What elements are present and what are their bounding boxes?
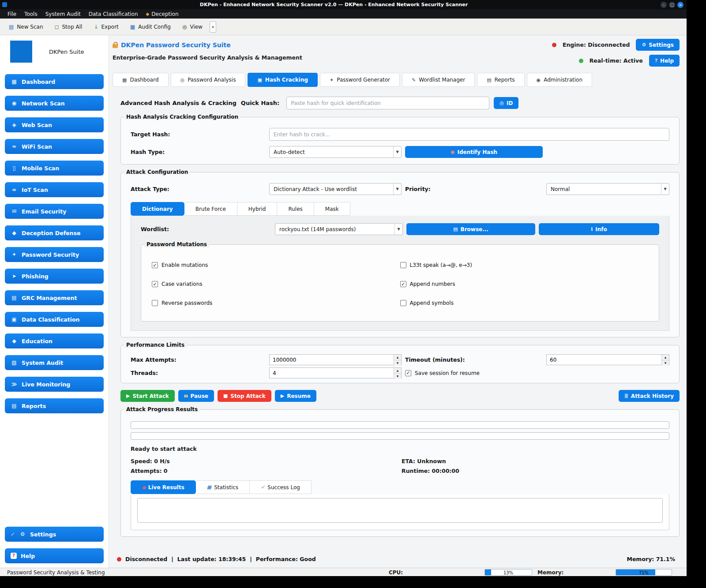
tab-dashboard[interactable]: ▦Dashboard xyxy=(113,73,169,87)
menu-deception[interactable]: ◆Deception xyxy=(142,11,183,18)
subtab-rules[interactable]: Rules xyxy=(277,202,314,216)
sidebar-item-data-classification[interactable]: ▣Data Classification xyxy=(5,312,104,327)
hash-cracking-tab-icon: ▣ xyxy=(257,77,262,83)
resume-button[interactable]: ▶Resume xyxy=(275,390,316,402)
subtab-brute-force[interactable]: Brute Force xyxy=(184,202,237,216)
checkbox-enable-mutations[interactable]: Enable mutations xyxy=(152,262,400,268)
tab-hash-cracking[interactable]: ▣Hash Cracking xyxy=(248,73,318,87)
checkbox-reverse-passwords[interactable]: Reverse passwords xyxy=(152,300,400,306)
status-line: Disconnected | Last update: 18:39:45 | P… xyxy=(113,551,680,568)
quick-id-button[interactable]: ◎ID xyxy=(494,97,518,109)
stop-all-button[interactable]: ◻Stop All xyxy=(50,21,87,33)
password-security-icon: ✦ xyxy=(11,251,18,258)
attack-history-button[interactable]: ≣Attack History xyxy=(619,390,680,402)
checkbox-case-variations[interactable]: Case variations xyxy=(152,281,400,287)
sidebar-item-reports[interactable]: ▤Reports xyxy=(5,398,104,413)
checkbox-append-symbols[interactable]: Append symbols xyxy=(400,300,649,306)
sidebar-item-live-monitoring[interactable]: ≫Live Monitoring xyxy=(5,377,104,392)
sidebar-item-system-audit[interactable]: ▧System Audit xyxy=(5,355,104,370)
subtab-success-log[interactable]: ✓Success Log xyxy=(250,480,312,494)
mobile-scan-icon: ▯ xyxy=(11,165,18,171)
view-dropdown-caret[interactable]: ▾ xyxy=(210,21,216,33)
subtab-statistics[interactable]: ▦Statistics xyxy=(196,480,250,494)
checkbox-l33t-speak[interactable]: L33t speak (a→@, e→3) xyxy=(400,262,649,268)
subtab-live-results[interactable]: ●Live Results xyxy=(131,480,196,494)
priority-label: Priority: xyxy=(405,186,543,192)
sidebar-item-dashboard[interactable]: ▦Dashboard xyxy=(5,74,104,89)
stop-attack-button[interactable]: ■Stop Attack xyxy=(218,390,271,402)
checkbox-icon xyxy=(152,300,158,306)
minimize-button[interactable]: – xyxy=(661,2,667,8)
sidebar-item-iot-scan[interactable]: ∞IoT Scan xyxy=(5,182,104,197)
sidebar-item-grc-management[interactable]: ▤GRC Management xyxy=(5,290,104,305)
attack-type-select[interactable]: Dictionary Attack - Use wordlist▼ xyxy=(269,183,402,195)
sidebar-item-help[interactable]: ?Help xyxy=(5,548,104,563)
info-button[interactable]: ℹInfo xyxy=(539,223,659,235)
audit-config-icon: ▦ xyxy=(130,24,135,30)
sidebar-item-password-security[interactable]: ✦Password Security xyxy=(5,247,104,262)
main-panel: DKPen Password Security Suite Enterprise… xyxy=(109,35,687,568)
live-results-textarea[interactable] xyxy=(137,498,663,523)
sidebar-item-phishing[interactable]: ➤Phishing xyxy=(5,269,104,284)
start-attack-button[interactable]: ▶Start Attack xyxy=(120,390,175,402)
wordlist-select[interactable]: rockyou.txt (14M passwords)▼ xyxy=(275,223,403,235)
sidebar-item-network-scan[interactable]: ◉Network Scan xyxy=(5,96,104,111)
subtab-hybrid[interactable]: Hybrid xyxy=(237,202,278,216)
tab-reports[interactable]: ▤Reports xyxy=(477,73,524,87)
sidebar-item-email-security[interactable]: ✉Email Security xyxy=(5,204,104,219)
lock-icon xyxy=(113,44,118,48)
stepper-arrows-icon[interactable]: ▲▼ xyxy=(394,355,401,365)
help-button[interactable]: ?Help xyxy=(649,55,680,67)
pause-button[interactable]: ▮▮Pause xyxy=(178,390,214,402)
tab-administration[interactable]: ◉Administration xyxy=(527,73,592,87)
tab-password-generator[interactable]: ✦Password Generator xyxy=(320,73,400,87)
checkbox-save-session[interactable]: Save session for resume xyxy=(405,370,669,376)
password-mutations-group: Password Mutations Enable mutations L33t… xyxy=(141,244,659,322)
new-scan-button[interactable]: ▤New Scan xyxy=(4,21,48,33)
menu-tools[interactable]: Tools xyxy=(20,11,41,18)
sidebar-item-education[interactable]: ◆Education xyxy=(5,333,104,348)
sidebar-nav: ▦Dashboard ◉Network Scan ◈Web Scan ≈WiFi… xyxy=(5,74,104,413)
checkbox-append-numbers[interactable]: Append numbers xyxy=(400,281,649,287)
menu-file[interactable]: File xyxy=(4,11,20,18)
sidebar-item-mobile-scan[interactable]: ▯Mobile Scan xyxy=(5,161,104,176)
browse-button[interactable]: ▤Browse... xyxy=(406,223,535,235)
engine-status: Engine: Disconnected xyxy=(563,41,630,48)
menu-data-classification[interactable]: Data Classification xyxy=(85,11,142,18)
identify-hash-button[interactable]: ◉Identify Hash xyxy=(405,146,543,158)
close-button[interactable]: × xyxy=(677,2,683,8)
stepper-arrows-icon[interactable]: ▲▼ xyxy=(661,355,669,365)
deception-icon: ◆ xyxy=(146,11,150,16)
tab-wordlist-manager[interactable]: ✎Wordlist Manager xyxy=(402,73,475,87)
audit-config-button[interactable]: ▦Audit Config xyxy=(126,21,175,33)
stepper-arrows-icon[interactable]: ▲▼ xyxy=(394,368,401,378)
target-hash-input[interactable] xyxy=(269,128,669,141)
max-attempts-stepper[interactable]: ▲▼ xyxy=(269,354,402,365)
network-scan-icon: ◉ xyxy=(11,100,18,106)
connection-status: Disconnected xyxy=(125,556,167,562)
timeout-stepper[interactable]: ▲▼ xyxy=(546,354,669,365)
sidebar-item-deception-defense[interactable]: ◆Deception Defense xyxy=(5,225,104,240)
page-subtitle: Enterprise-Grade Password Security Analy… xyxy=(113,54,302,61)
chevron-down-icon: ▼ xyxy=(393,184,401,195)
sidebar-item-wifi-scan[interactable]: ≈WiFi Scan xyxy=(5,139,104,154)
subtab-mask[interactable]: Mask xyxy=(314,202,350,216)
menu-system-audit[interactable]: System Audit xyxy=(41,11,85,18)
timeout-input[interactable] xyxy=(547,355,661,365)
settings-button[interactable]: ⚙Settings xyxy=(636,39,680,51)
threads-stepper[interactable]: ▲▼ xyxy=(269,367,402,378)
main-tab-bar: ▦Dashboard ◎Password Analysis ▣Hash Crac… xyxy=(113,73,680,87)
threads-input[interactable] xyxy=(270,368,394,378)
priority-select[interactable]: Normal▼ xyxy=(546,183,669,195)
email-security-icon: ✉ xyxy=(11,208,18,214)
hash-type-select[interactable]: Auto-detect▼ xyxy=(269,146,402,158)
sidebar-item-settings[interactable]: ✓⚙Settings xyxy=(5,527,104,542)
view-button[interactable]: ◎View xyxy=(178,21,207,33)
export-button[interactable]: ↓Export xyxy=(89,21,123,33)
maximize-button[interactable]: □ xyxy=(669,2,675,8)
max-attempts-input[interactable] xyxy=(270,355,394,365)
quick-hash-input[interactable] xyxy=(286,97,489,109)
subtab-dictionary[interactable]: Dictionary xyxy=(131,202,184,216)
tab-password-analysis[interactable]: ◎Password Analysis xyxy=(171,73,246,87)
sidebar-item-web-scan[interactable]: ◈Web Scan xyxy=(5,117,104,132)
